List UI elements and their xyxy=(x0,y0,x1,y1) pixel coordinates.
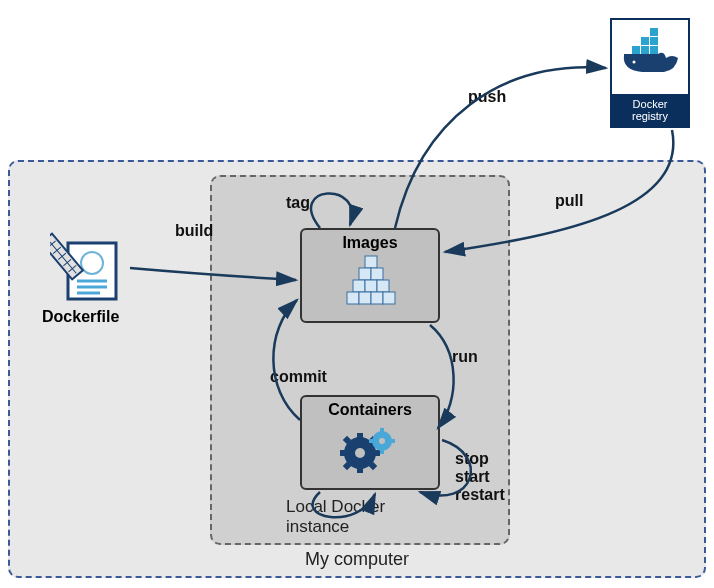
svg-rect-6 xyxy=(347,292,359,304)
svg-rect-23 xyxy=(380,449,384,454)
svg-rect-38 xyxy=(632,46,640,54)
svg-rect-5 xyxy=(377,280,389,292)
svg-rect-22 xyxy=(380,428,384,433)
images-title: Images xyxy=(302,234,438,252)
docker-registry-node: Docker registry xyxy=(610,18,690,128)
images-node: Images xyxy=(300,228,440,323)
containers-node: Containers xyxy=(300,395,440,490)
svg-point-21 xyxy=(379,438,385,444)
svg-rect-3 xyxy=(353,280,365,292)
svg-rect-24 xyxy=(369,439,374,443)
svg-rect-41 xyxy=(641,37,649,45)
registry-label: Docker registry xyxy=(612,94,688,126)
svg-rect-12 xyxy=(357,433,363,441)
svg-rect-13 xyxy=(357,465,363,473)
svg-rect-4 xyxy=(365,280,377,292)
start-label: start xyxy=(455,468,490,486)
svg-rect-2 xyxy=(371,268,383,280)
docker-whale-icon xyxy=(612,20,688,90)
svg-rect-40 xyxy=(650,46,658,54)
svg-rect-15 xyxy=(372,450,380,456)
dockerfile-label: Dockerfile xyxy=(42,308,119,326)
svg-rect-0 xyxy=(365,256,377,268)
local-docker-label: Local Docker instance xyxy=(286,497,434,537)
svg-rect-43 xyxy=(650,28,658,36)
images-pyramid-icon xyxy=(325,254,415,314)
run-label: run xyxy=(452,348,478,366)
build-label: build xyxy=(175,222,213,240)
commit-label: commit xyxy=(270,368,327,386)
svg-rect-1 xyxy=(359,268,371,280)
svg-rect-7 xyxy=(359,292,371,304)
svg-rect-14 xyxy=(340,450,348,456)
tag-label: tag xyxy=(286,194,310,212)
svg-point-11 xyxy=(355,448,365,458)
svg-rect-25 xyxy=(390,439,395,443)
svg-rect-42 xyxy=(650,37,658,45)
containers-title: Containers xyxy=(302,401,438,419)
my-computer-label: My computer xyxy=(305,549,409,570)
dockerfile-icon xyxy=(50,225,130,305)
pull-label: pull xyxy=(555,192,583,210)
svg-rect-8 xyxy=(371,292,383,304)
containers-gears-icon xyxy=(330,421,410,476)
restart-label: restart xyxy=(455,486,505,504)
push-label: push xyxy=(468,88,506,106)
svg-rect-39 xyxy=(641,46,649,54)
svg-rect-9 xyxy=(383,292,395,304)
stop-label: stop xyxy=(455,450,489,468)
svg-point-44 xyxy=(633,61,636,64)
